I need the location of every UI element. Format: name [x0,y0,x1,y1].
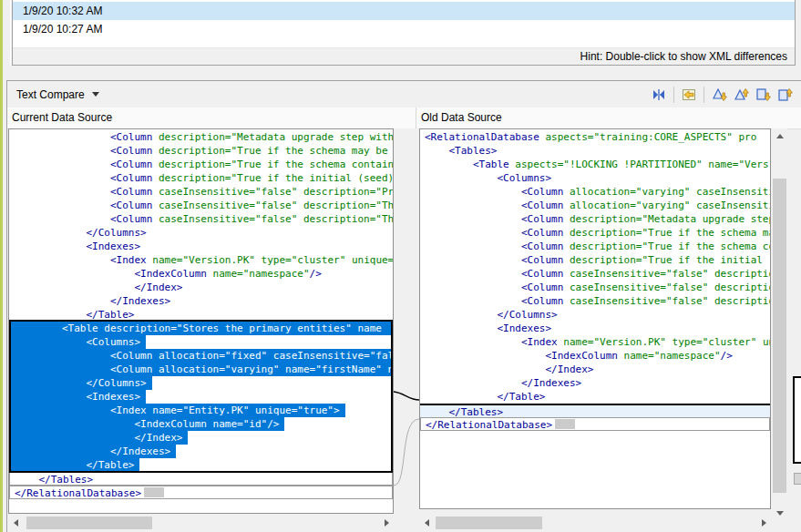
scroll-right-button[interactable] [379,516,394,530]
copy-right-to-left-button[interactable] [679,85,699,105]
previous-change-icon [777,87,793,102]
code-line[interactable]: <RelationalDatabase aspects="training:CO… [420,130,770,144]
right-h-scrollbar-thumb[interactable] [436,517,542,529]
code-line[interactable]: <Column caseInsensitive="false" descript… [420,294,770,308]
code-line[interactable]: <Column description="True if the schema … [9,144,393,158]
overview-ruler[interactable] [788,128,801,522]
code-line[interactable]: <Column caseInsensitive="false" descript… [9,199,393,212]
code-line[interactable]: <Indexes> [9,240,393,253]
switch-left-right-icon [652,87,666,102]
vertical-scrollbar[interactable] [772,128,787,520]
scroll-down-button[interactable] [772,506,787,520]
code-line[interactable]: </Indexes> [420,376,770,390]
left-code-pane[interactable]: <Column description="Metadata upgrade st… [8,128,394,514]
code-line[interactable]: </RelationalDatabase> [9,486,393,499]
code-line[interactable]: <Index name="Version.PK" type="cluster" … [420,335,770,349]
code-line[interactable]: </Index> [9,431,188,445]
right-code-pane[interactable]: <RelationalDatabase aspects="training:CO… [419,128,771,509]
compare-toolbar: Text Compare [7,81,801,108]
scroll-left-button[interactable] [8,516,23,530]
scroll-left-button[interactable] [419,516,434,530]
left-arrow-icon [14,519,18,527]
next-change-button[interactable] [753,85,773,105]
vertical-scrollbar-thumb[interactable] [773,179,786,493]
code-line[interactable]: <Column description="Metadata upgrade st… [420,212,770,226]
code-line[interactable]: </Indexes> [9,445,176,458]
code-line[interactable]: <Table description="Stores the primary e… [9,322,393,335]
code-line[interactable]: <Columns> [420,171,770,185]
left-horizontal-scrollbar[interactable] [8,516,394,530]
copy-left-icon [682,87,696,102]
code-line[interactable]: <Indexes> [9,390,146,404]
compare-mode-dropdown[interactable]: Text Compare [7,81,108,107]
next-change-icon [755,87,771,102]
divider [10,0,11,65]
history-row[interactable]: 1/9/20 10:32 AM [13,2,795,20]
next-difference-button[interactable] [709,85,729,105]
left-h-scrollbar-thumb[interactable] [26,517,152,529]
overview-diff-marker[interactable] [794,473,801,485]
code-line[interactable]: <IndexColumn name="id"/> [9,417,284,431]
code-line[interactable]: <Table aspects="!LOCKING !PARTITIONED" n… [420,158,770,171]
overview-current-diff-marker[interactable] [793,376,801,464]
chevron-down-icon [92,92,99,97]
compare-editor-window: { "colors": { "selection_bg": "#0078d7",… [0,0,801,532]
scroll-up-button[interactable] [772,128,787,143]
diff-connectors [394,128,419,522]
code-line[interactable]: </RelationalDatabase> [420,417,770,431]
code-line[interactable]: <IndexColumn name="namespace"/> [9,267,393,281]
switch-left-and-right-button[interactable] [649,85,669,105]
code-line[interactable]: <Column allocation="varying" caseInsensi… [420,185,770,199]
code-line[interactable]: <Indexes> [420,322,770,335]
code-line[interactable]: <Column description="True if the initial… [9,171,393,185]
code-line[interactable]: </Index> [9,281,393,294]
pane-gap [394,128,419,522]
code-line[interactable]: </Columns> [420,308,770,322]
previous-change-button[interactable] [775,85,795,105]
code-line[interactable]: <Column description="True if the initial… [420,253,770,267]
next-difference-icon [712,87,727,102]
code-line[interactable]: <Column description="True if the schema … [9,158,393,171]
history-list: 1/9/20 10:32 AM1/9/20 10:27 AM [13,2,795,38]
code-line[interactable]: <Index name="Entity.PK" unique="true"> [9,404,345,417]
code-line[interactable]: <Column caseInsensitive="false" descript… [420,281,770,294]
code-line[interactable]: <Index name="Version.PK" type="cluster" … [9,253,393,267]
code-line[interactable]: </Indexes> [9,294,393,308]
compare-panel: Text Compare [6,80,801,532]
code-line[interactable]: <Column description="True if the schema … [420,240,770,253]
pane-headers: Current Data Source Old Data Source [7,107,801,129]
code-line[interactable]: <IndexColumn name="namespace"/> [420,349,770,363]
history-row[interactable]: 1/9/20 10:27 AM [13,20,795,38]
code-line[interactable]: <Tables> [420,144,770,158]
code-line[interactable]: </Table> [9,308,393,322]
empty-range-indicator [555,419,575,429]
code-line[interactable]: <Column caseInsensitive="false" descript… [9,212,393,226]
code-line[interactable]: <Column description="True if the schema … [420,226,770,240]
toolbar-icons [648,85,796,105]
code-line[interactable]: </Columns> [9,376,152,390]
code-line[interactable]: </Index> [420,363,770,376]
left-arrow-icon [425,519,429,527]
code-line[interactable]: </Table> [9,458,139,472]
left-pane-title: Current Data Source [7,107,416,128]
toolbar-separator [673,87,674,103]
diff-connector-secondary [394,419,419,486]
code-line[interactable]: </Tables> [9,472,393,486]
code-line[interactable]: </Tables> [420,404,770,417]
code-line[interactable]: <Column allocation="varying" caseInsensi… [420,199,770,212]
code-line[interactable]: </Columns> [9,226,393,240]
code-line[interactable]: <Column allocation="varying" name="first… [9,363,393,376]
scroll-right-button[interactable] [756,516,771,530]
code-line[interactable]: <Column description="Metadata upgrade st… [9,130,393,144]
code-line[interactable]: <Column caseInsensitive="false" descript… [9,185,393,199]
right-horizontal-scrollbar[interactable] [419,516,771,530]
previous-difference-button[interactable] [731,85,751,105]
diff-connector-current [394,392,419,400]
right-pane-title: Old Data Source [416,107,801,128]
code-line[interactable]: <Column caseInsensitive="false" descript… [420,267,770,281]
code-line[interactable]: <Columns> [9,335,146,349]
history-panel: 1/9/20 10:32 AM1/9/20 10:27 AM Hint: Dou… [12,0,796,66]
code-line[interactable]: </Table> [420,390,770,404]
code-line[interactable]: <Column allocation="fixed" caseInsensiti… [9,349,393,363]
window-edge-accent [0,0,3,532]
